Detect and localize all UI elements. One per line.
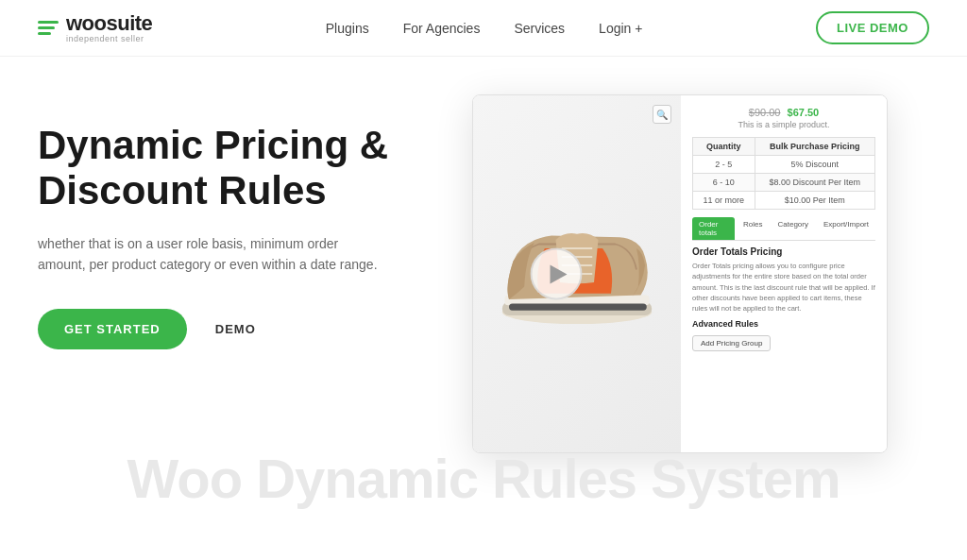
play-icon [550, 264, 567, 283]
tabs-row: Order totals Roles Category Export/Impor… [692, 217, 875, 241]
login-label: Login [599, 21, 631, 36]
hero-right: 🔍 [472, 94, 929, 453]
discount-1: 5% Discount [755, 156, 874, 174]
get-started-button[interactable]: GET STARTED [38, 309, 187, 349]
hero-left: Dynamic Pricing & Discount Rules whether… [38, 85, 453, 349]
new-price: $67.50 [788, 107, 820, 118]
zoom-icon[interactable]: 🔍 [653, 105, 671, 124]
logo[interactable]: woosuite independent seller [38, 13, 152, 43]
nav-services[interactable]: Services [514, 21, 565, 36]
qty-range-3: 11 or more [693, 192, 755, 210]
discount-2: $8.00 Discount Per Item [755, 174, 874, 192]
product-description: This is a simple product. [692, 120, 875, 129]
nav-plugins[interactable]: Plugins [326, 21, 369, 36]
demo-link[interactable]: DEMO [215, 322, 256, 336]
qty-range-2: 6 - 10 [693, 174, 755, 192]
table-header-quantity: Quantity [693, 138, 755, 156]
hero-title: Dynamic Pricing & Discount Rules [38, 123, 453, 214]
product-panel: $90.00 $67.50 This is a simple product. … [681, 95, 887, 452]
bottom-watermark-title: Woo Dynamic Rules System [0, 447, 967, 510]
table-row: 2 - 5 5% Discount [693, 156, 875, 174]
main-content: Dynamic Pricing & Discount Rules whether… [0, 57, 967, 501]
tab-order-totals[interactable]: Order totals [692, 217, 735, 240]
order-totals-title: Order Totals Pricing [692, 246, 875, 257]
logo-sub-text: independent seller [66, 35, 152, 43]
qty-range-1: 2 - 5 [693, 156, 755, 174]
play-button[interactable] [531, 248, 583, 300]
tab-export-import[interactable]: Export/Import [817, 217, 875, 240]
main-nav: Plugins For Agencies Services Login + [326, 21, 643, 36]
table-row: 11 or more $10.00 Per Item [693, 192, 875, 210]
logo-icon [38, 21, 59, 35]
tab-roles[interactable]: Roles [737, 217, 769, 240]
product-screenshot: 🔍 [472, 94, 888, 453]
add-pricing-group-button[interactable]: Add Pricing Group [692, 335, 771, 351]
header: woosuite independent seller Plugins For … [0, 0, 967, 57]
hero-buttons: GET STARTED DEMO [38, 309, 453, 349]
advanced-rules-title: Advanced Rules [692, 319, 875, 329]
product-image-area: 🔍 [473, 95, 681, 452]
nav-for-agencies[interactable]: For Agencies [403, 21, 481, 36]
logo-text: woosuite independent seller [66, 13, 152, 43]
hero-title-line2: Discount Rules [38, 168, 327, 212]
price-line: $90.00 $67.50 [692, 107, 875, 118]
old-price: $90.00 [749, 107, 781, 118]
tab-category[interactable]: Category [772, 217, 815, 240]
order-totals-desc: Order Totals pricing allows you to confi… [692, 261, 875, 314]
svg-rect-3 [509, 304, 647, 311]
bulk-pricing-table: Quantity Bulk Purchase Pricing 2 - 5 5% … [692, 137, 875, 210]
hero-title-line1: Dynamic Pricing & [38, 123, 388, 167]
hero-description: whether that is on a user role basis, mi… [38, 233, 378, 276]
login-plus: + [635, 21, 642, 36]
table-row: 6 - 10 $8.00 Discount Per Item [693, 174, 875, 192]
nav-login[interactable]: Login + [599, 21, 642, 36]
live-demo-button[interactable]: LIVE DEMO [816, 11, 929, 44]
discount-3: $10.00 Per Item [755, 192, 874, 210]
logo-main-text: woosuite [66, 13, 152, 34]
table-header-pricing: Bulk Purchase Pricing [755, 138, 874, 156]
